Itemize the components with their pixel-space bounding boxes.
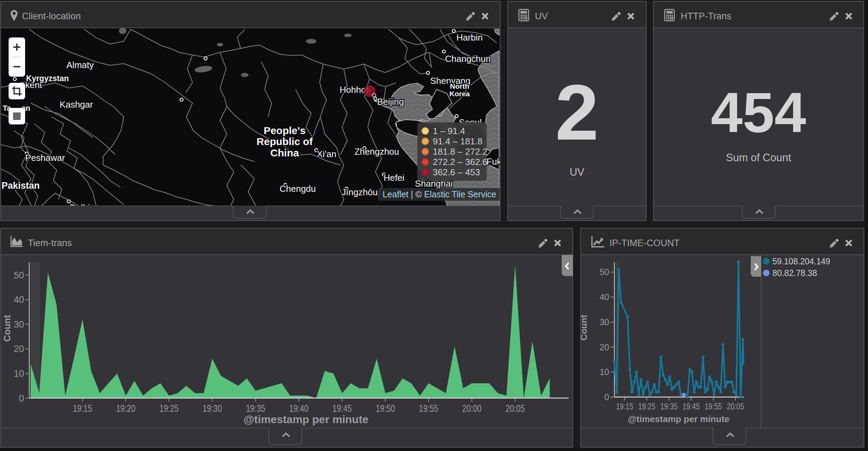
svg-text:@timestamp per minute: @timestamp per minute xyxy=(243,413,369,426)
svg-text:181.8 – 272.2: 181.8 – 272.2 xyxy=(433,146,487,157)
svg-text:10: 10 xyxy=(600,367,609,377)
svg-text:19:45: 19:45 xyxy=(332,403,352,414)
svg-text:Changchun: Changchun xyxy=(445,54,491,64)
svg-text:Count: Count xyxy=(2,315,12,342)
svg-text:19:30: 19:30 xyxy=(203,403,222,414)
svg-text:20: 20 xyxy=(14,344,24,354)
svg-text:30: 30 xyxy=(600,317,609,327)
svg-text:362.6 – 453: 362.6 – 453 xyxy=(433,167,480,177)
svg-text:Republic of: Republic of xyxy=(256,136,313,147)
svg-text:19:25: 19:25 xyxy=(638,401,656,411)
svg-text:Korea: Korea xyxy=(449,90,470,98)
svg-text:20:00: 20:00 xyxy=(462,403,482,414)
svg-text:19:20: 19:20 xyxy=(116,403,135,414)
svg-text:Beijing: Beijing xyxy=(377,97,404,107)
svg-text:Chengdu: Chengdu xyxy=(279,184,316,194)
svg-text:Pakistan: Pakistan xyxy=(1,180,40,191)
svg-text:@timestamp per minute: @timestamp per minute xyxy=(628,414,729,424)
svg-text:China: China xyxy=(270,147,299,158)
svg-text:Kyrgyzstan: Kyrgyzstan xyxy=(26,74,69,83)
svg-text:Jīngzhōu: Jīngzhōu xyxy=(341,187,378,197)
svg-text:Almaty: Almaty xyxy=(66,60,94,70)
svg-text:19:45: 19:45 xyxy=(683,401,700,411)
svg-text:20:05: 20:05 xyxy=(506,403,525,414)
svg-text:North: North xyxy=(450,82,469,90)
svg-text:0: 0 xyxy=(604,392,609,402)
svg-text:1 – 91.4: 1 – 91.4 xyxy=(433,126,465,136)
svg-text:40: 40 xyxy=(14,295,24,305)
svg-text:30: 30 xyxy=(14,319,24,330)
svg-text:0: 0 xyxy=(19,393,24,404)
svg-text:19:25: 19:25 xyxy=(160,403,179,414)
svg-text:50: 50 xyxy=(14,270,24,280)
svg-text:19:55: 19:55 xyxy=(419,403,438,414)
svg-text:19:15: 19:15 xyxy=(73,403,92,414)
svg-text:272.2 – 362.6: 272.2 – 362.6 xyxy=(433,157,487,167)
svg-text:People's: People's xyxy=(264,125,306,136)
svg-text:19:15: 19:15 xyxy=(616,401,633,411)
svg-text:50: 50 xyxy=(600,267,609,277)
svg-text:40: 40 xyxy=(600,292,609,302)
svg-text:Harbin: Harbin xyxy=(457,32,483,43)
svg-text:Xi'an: Xi'an xyxy=(317,149,336,159)
svg-text:19:35: 19:35 xyxy=(246,403,265,414)
svg-text:19:40: 19:40 xyxy=(289,403,308,414)
svg-text:80.82.78.38: 80.82.78.38 xyxy=(772,268,817,278)
svg-text:10: 10 xyxy=(14,368,24,379)
svg-text:Count: Count xyxy=(581,315,589,340)
svg-text:Peshawar: Peshawar xyxy=(25,153,65,163)
svg-text:Zhengzhou: Zhengzhou xyxy=(354,146,399,157)
svg-text:Fuk: Fuk xyxy=(486,156,500,167)
svg-text:91.4 – 181.8: 91.4 – 181.8 xyxy=(433,136,483,146)
svg-text:19:35: 19:35 xyxy=(660,401,678,411)
svg-text:19:55: 19:55 xyxy=(705,401,722,411)
svg-text:20:05: 20:05 xyxy=(727,401,744,411)
svg-text:Hefei: Hefei xyxy=(384,173,405,183)
svg-text:20: 20 xyxy=(600,342,609,352)
svg-text:59.108.204.149: 59.108.204.149 xyxy=(772,256,830,266)
svg-text:Leaflet | © Elastic Tile Servi: Leaflet | © Elastic Tile Service xyxy=(383,189,496,199)
svg-text:19:50: 19:50 xyxy=(376,403,395,414)
svg-text:Kashgar: Kashgar xyxy=(60,99,93,110)
